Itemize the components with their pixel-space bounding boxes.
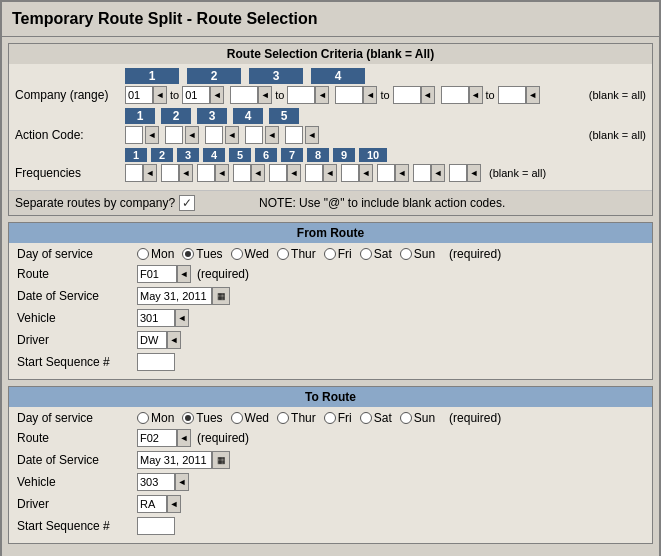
freq-input-10[interactable] [449, 164, 467, 182]
freq-arrow-4[interactable]: ◄ [251, 164, 265, 182]
action-controls: ◄ ◄ ◄ ◄ [125, 126, 646, 144]
from-calendar-button[interactable]: ▦ [212, 287, 230, 305]
from-radio-btn-sun[interactable] [400, 248, 412, 260]
freq-input-1[interactable] [125, 164, 143, 182]
freq-arrow-8[interactable]: ◄ [395, 164, 409, 182]
from-vehicle-arrow[interactable]: ◄ [175, 309, 189, 327]
action-chk-1[interactable] [125, 126, 143, 144]
to-driver-row: Driver ◄ [17, 495, 644, 513]
to-radio-btn-mon[interactable] [137, 412, 149, 424]
to-date-input[interactable] [137, 451, 212, 469]
company-from-3[interactable] [335, 86, 363, 104]
freq-arrow-9[interactable]: ◄ [431, 164, 445, 182]
to-radio-btn-wed[interactable] [231, 412, 243, 424]
action-arrow-2[interactable]: ◄ [185, 126, 199, 144]
action-arrow-3[interactable]: ◄ [225, 126, 239, 144]
from-route-arrow[interactable]: ◄ [177, 265, 191, 283]
company-pair-4: ◄ to ◄ [441, 86, 540, 104]
freq-arrow-1[interactable]: ◄ [143, 164, 157, 182]
freq-arrow-5[interactable]: ◄ [287, 164, 301, 182]
freq-input-5[interactable] [269, 164, 287, 182]
from-driver-arrow[interactable]: ◄ [167, 331, 181, 349]
to-radio-btn-sat[interactable] [360, 412, 372, 424]
company-from-2[interactable] [230, 86, 258, 104]
to-radio-btn-sun[interactable] [400, 412, 412, 424]
to-label-4: to [486, 89, 495, 101]
to-driver-input[interactable] [137, 495, 167, 513]
company-to-3[interactable] [393, 86, 421, 104]
from-radio-btn-tues[interactable] [182, 248, 194, 260]
company-arrow-to-1[interactable]: ◄ [210, 86, 224, 104]
company-col-2: 2 [187, 68, 241, 84]
to-vehicle-input[interactable] [137, 473, 175, 491]
freq-input-7[interactable] [341, 164, 359, 182]
company-to-1[interactable] [182, 86, 210, 104]
action-arrow-4[interactable]: ◄ [265, 126, 279, 144]
to-radio-btn-thur[interactable] [277, 412, 289, 424]
freq-input-6[interactable] [305, 164, 323, 182]
from-driver-input[interactable] [137, 331, 167, 349]
to-driver-arrow[interactable]: ◄ [167, 495, 181, 513]
freq-input-3[interactable] [197, 164, 215, 182]
company-arrow-from-3[interactable]: ◄ [363, 86, 377, 104]
to-calendar-button[interactable]: ▦ [212, 451, 230, 469]
to-radio-btn-tues[interactable] [182, 412, 194, 424]
freq-arrow-7[interactable]: ◄ [359, 164, 373, 182]
from-radio-btn-mon[interactable] [137, 248, 149, 260]
company-to-2[interactable] [287, 86, 315, 104]
company-arrow-to-2[interactable]: ◄ [315, 86, 329, 104]
company-arrow-to-3[interactable]: ◄ [421, 86, 435, 104]
separate-checkbox[interactable]: ✓ [179, 195, 195, 211]
from-radio-btn-sat[interactable] [360, 248, 372, 260]
company-from-1[interactable] [125, 86, 153, 104]
content-area: Route Selection Criteria (blank = All) 1… [2, 37, 659, 556]
to-radio-wed: Wed [231, 411, 269, 425]
freq-arrow-10[interactable]: ◄ [467, 164, 481, 182]
from-day-tues: Tues [196, 247, 222, 261]
from-radio-btn-wed[interactable] [231, 248, 243, 260]
company-to-4[interactable] [498, 86, 526, 104]
action-arrow-1[interactable]: ◄ [145, 126, 159, 144]
from-radio-btn-thur[interactable] [277, 248, 289, 260]
company-arrow-from-1[interactable]: ◄ [153, 86, 167, 104]
action-chk-4[interactable] [245, 126, 263, 144]
to-route-controls: ◄ (required) [137, 429, 249, 447]
company-arrow-from-4[interactable]: ◄ [469, 86, 483, 104]
company-from-4[interactable] [441, 86, 469, 104]
company-arrow-from-2[interactable]: ◄ [258, 86, 272, 104]
to-day-controls: Mon Tues Wed [137, 411, 501, 425]
to-route-arrow[interactable]: ◄ [177, 429, 191, 447]
criteria-inner: 1 2 3 4 Company (range) [9, 64, 652, 190]
company-row: Company (range) ◄ to ◄ [15, 86, 646, 104]
to-seq-label: Start Sequence # [17, 519, 137, 533]
to-route-input[interactable] [137, 429, 177, 447]
company-arrow-to-4[interactable]: ◄ [526, 86, 540, 104]
from-route-required: (required) [197, 267, 249, 281]
from-date-input[interactable] [137, 287, 212, 305]
to-day-thur: Thur [291, 411, 316, 425]
to-seq-row: Start Sequence # [17, 517, 644, 535]
freq-input-4[interactable] [233, 164, 251, 182]
from-radio-btn-fri[interactable] [324, 248, 336, 260]
freq-arrow-3[interactable]: ◄ [215, 164, 229, 182]
to-seq-input[interactable] [137, 517, 175, 535]
action-arrow-5[interactable]: ◄ [305, 126, 319, 144]
freq-input-2[interactable] [161, 164, 179, 182]
freq-arrow-6[interactable]: ◄ [323, 164, 337, 182]
action-chk-2[interactable] [165, 126, 183, 144]
from-vehicle-input[interactable] [137, 309, 175, 327]
from-route-input[interactable] [137, 265, 177, 283]
freq-input-8[interactable] [377, 164, 395, 182]
from-route-controls: ◄ (required) [137, 265, 249, 283]
freq-input-9[interactable] [413, 164, 431, 182]
freq-arrow-2[interactable]: ◄ [179, 164, 193, 182]
to-vehicle-arrow[interactable]: ◄ [175, 473, 189, 491]
company-blank-all: (blank = all) [589, 89, 646, 101]
action-chk-5[interactable] [285, 126, 303, 144]
freq-group-8: ◄ [377, 164, 409, 182]
freq-group-5: ◄ [269, 164, 301, 182]
to-radio-fri: Fri [324, 411, 352, 425]
from-seq-input[interactable] [137, 353, 175, 371]
to-radio-btn-fri[interactable] [324, 412, 336, 424]
action-chk-3[interactable] [205, 126, 223, 144]
